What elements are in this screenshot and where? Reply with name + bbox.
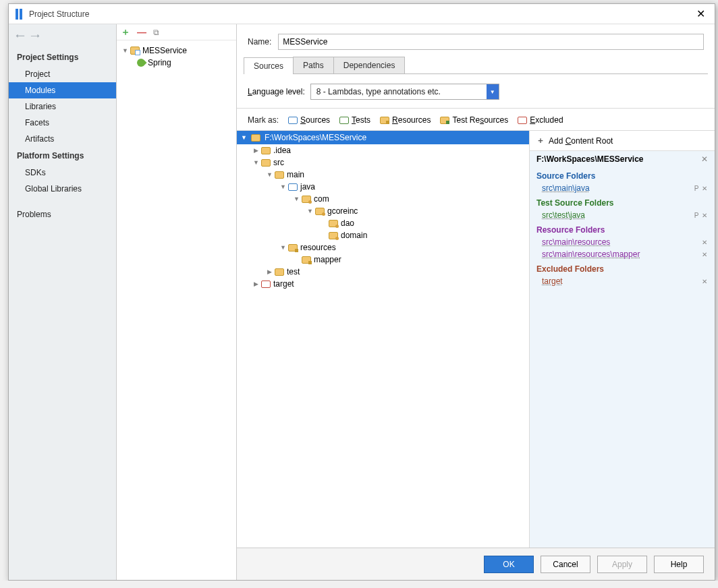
- ok-button[interactable]: OK: [484, 556, 534, 573]
- chevron-down-icon[interactable]: ▼: [241, 134, 247, 141]
- mark-excluded[interactable]: Excluded: [518, 115, 563, 125]
- chevron-icon[interactable]: ▼: [253, 159, 258, 166]
- mark-as-label: Mark as:: [248, 115, 279, 125]
- tree-node-label: src: [273, 158, 284, 167]
- mark-resources[interactable]: Resources: [380, 115, 431, 125]
- folder-actions[interactable]: P ✕: [694, 185, 708, 192]
- mark-test-resources[interactable]: Test Resources: [440, 115, 508, 125]
- chevron-icon[interactable]: ▶: [253, 147, 258, 154]
- chevron-icon[interactable]: ▼: [294, 196, 299, 202]
- folder-category-header: Source Folders: [530, 167, 715, 182]
- tab-dependencies[interactable]: Dependencies: [333, 57, 406, 74]
- module-list-panel: ＋ — ⧉ ▼ MESService Spring: [117, 24, 237, 580]
- module-name-input[interactable]: [278, 34, 704, 50]
- add-content-root[interactable]: ＋ Add Content Root: [530, 131, 715, 151]
- module-node-messervice[interactable]: ▼ MESService: [121, 45, 232, 57]
- folder-icon: [261, 147, 271, 154]
- chevron-icon[interactable]: ▼: [267, 171, 272, 178]
- test-resources-folder-icon: [440, 117, 449, 124]
- folder-icon: [302, 196, 311, 203]
- nav-item-artifacts[interactable]: Artifacts: [9, 131, 116, 147]
- facet-node-spring[interactable]: Spring: [121, 57, 232, 69]
- chevron-down-icon[interactable]: ▼: [487, 84, 499, 99]
- excluded-folder-icon: [518, 117, 527, 124]
- tab-sources[interactable]: Sources: [244, 57, 294, 74]
- folder-icon: [288, 183, 298, 191]
- tree-node[interactable]: ▼java: [237, 181, 529, 193]
- resources-folder-icon: [380, 117, 389, 124]
- nav-item-sdks[interactable]: SDKs: [9, 165, 116, 181]
- remove-module-icon[interactable]: —: [137, 27, 146, 38]
- folder-entry[interactable]: src\main\resources\mapper✕: [530, 248, 715, 260]
- nav-back-icon[interactable]: ⭠: [16, 31, 25, 42]
- tree-node-label: domain: [341, 231, 367, 240]
- remove-root-icon[interactable]: ✕: [701, 154, 708, 164]
- folder-path: src\main\resources: [542, 237, 698, 247]
- folder-icon: [275, 268, 284, 276]
- folder-entry[interactable]: src\test\javaP ✕: [530, 209, 715, 221]
- nav-forward-icon[interactable]: ⭢: [30, 31, 40, 42]
- cancel-button[interactable]: Cancel: [541, 556, 590, 573]
- chevron-icon[interactable]: ▼: [280, 183, 285, 190]
- tree-node[interactable]: ▼src: [237, 156, 529, 169]
- mark-sources[interactable]: Sources: [288, 115, 330, 125]
- tree-node[interactable]: mapper: [237, 254, 529, 266]
- nav-item-problems[interactable]: Problems: [9, 206, 116, 223]
- folder-path: src\main\resources\mapper: [542, 249, 698, 259]
- nav-item-modules[interactable]: Modules: [9, 82, 116, 98]
- nav-item-global-libraries[interactable]: Global Libraries: [9, 181, 116, 197]
- content-root-path: F:\WorkSpaces\MESService: [536, 154, 644, 164]
- tree-node[interactable]: ▶target: [237, 278, 529, 290]
- nav-item-libraries[interactable]: Libraries: [9, 98, 116, 115]
- tree-node[interactable]: ▼gcoreinc: [237, 205, 529, 217]
- module-icon: [130, 47, 140, 55]
- folder-icon: [329, 220, 338, 227]
- folder-path: target: [542, 276, 698, 286]
- tree-node[interactable]: ▶.idea: [237, 144, 529, 156]
- module-editor: Name: Sources Paths Dependencies Languag…: [237, 24, 715, 580]
- tree-node[interactable]: dao: [237, 217, 529, 229]
- chevron-icon[interactable]: ▶: [253, 281, 258, 287]
- mark-tests[interactable]: Tests: [339, 115, 370, 125]
- help-button[interactable]: Help: [654, 556, 704, 573]
- add-module-icon[interactable]: ＋: [121, 26, 130, 38]
- folder-actions[interactable]: ✕: [702, 251, 708, 258]
- chevron-icon[interactable]: ▶: [267, 268, 272, 275]
- chevron-icon[interactable]: ▼: [307, 208, 312, 214]
- folder-icon: [251, 134, 260, 142]
- folder-actions[interactable]: P ✕: [694, 212, 708, 219]
- folder-actions[interactable]: ✕: [702, 239, 708, 246]
- language-level-select[interactable]: 8 - Lambdas, type annotations etc. ▼: [310, 84, 499, 100]
- folder-entry[interactable]: src\main\javaP ✕: [530, 182, 715, 194]
- tree-node[interactable]: ▶test: [237, 266, 529, 278]
- nav-item-project[interactable]: Project: [9, 66, 116, 82]
- content-root-node[interactable]: ▼ F:\WorkSpaces\MESService: [237, 131, 529, 144]
- folder-entry[interactable]: target✕: [530, 275, 715, 287]
- folder-icon: [315, 208, 325, 215]
- tree-node[interactable]: domain: [237, 229, 529, 241]
- tree-node[interactable]: ▼resources: [237, 241, 529, 254]
- tree-node[interactable]: ▼main: [237, 169, 529, 181]
- tree-node-label: test: [287, 267, 300, 276]
- folder-icon: [329, 232, 338, 239]
- content-root-header: F:\WorkSpaces\MESService ✕: [530, 151, 715, 167]
- folder-entry[interactable]: src\main\resources✕: [530, 236, 715, 248]
- nav-item-facets[interactable]: Facets: [9, 115, 116, 131]
- chevron-down-icon[interactable]: ▼: [122, 47, 128, 54]
- tree-node-label: .idea: [273, 146, 291, 155]
- tree-node[interactable]: ▼com: [237, 193, 529, 205]
- apply-button[interactable]: Apply: [597, 556, 647, 573]
- tree-node-label: com: [314, 194, 329, 204]
- copy-module-icon[interactable]: ⧉: [153, 28, 159, 37]
- folder-actions[interactable]: ✕: [702, 278, 708, 285]
- folder-icon: [302, 256, 311, 264]
- dialog-footer: OK Cancel Apply Help: [237, 548, 715, 580]
- folder-category-header: Test Source Folders: [530, 194, 715, 209]
- tab-paths[interactable]: Paths: [293, 57, 334, 74]
- chevron-icon[interactable]: ▼: [280, 244, 285, 251]
- close-icon[interactable]: ✕: [692, 7, 709, 20]
- module-label: MESService: [142, 46, 187, 55]
- folder-category-header: Resource Folders: [530, 221, 715, 236]
- tree-node-label: main: [287, 170, 304, 179]
- module-tabs: Sources Paths Dependencies: [244, 57, 708, 74]
